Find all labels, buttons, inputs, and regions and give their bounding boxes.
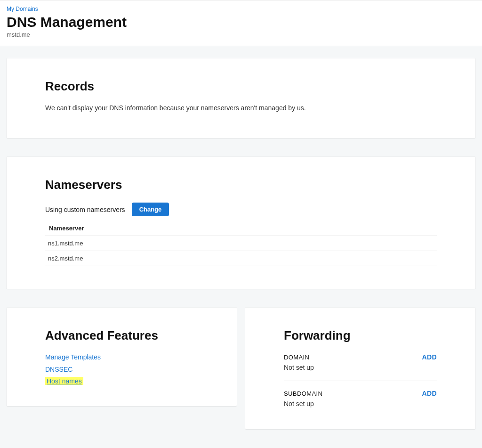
divider [284, 381, 437, 381]
nameservers-card: Nameservers Using custom nameservers Cha… [7, 157, 475, 289]
table-row: ns2.mstd.me [45, 251, 437, 266]
add-subdomain-forwarding-button[interactable]: ADD [422, 390, 437, 397]
forwarding-domain-status: Not set up [284, 364, 437, 371]
nameserver-value: ns1.mstd.me [45, 236, 437, 251]
advanced-features-card: Advanced Features Manage Templates DNSSE… [7, 308, 237, 406]
page-title: DNS Management [7, 14, 475, 30]
add-domain-forwarding-button[interactable]: ADD [422, 353, 437, 361]
nameservers-title: Nameservers [45, 178, 437, 192]
nameservers-table-header: Nameserver [45, 221, 437, 236]
page-header: My Domains DNS Management mstd.me [0, 0, 482, 46]
nameservers-status: Using custom nameservers [45, 206, 125, 213]
forwarding-subdomain-status: Not set up [284, 400, 437, 407]
forwarding-domain-label: DOMAIN [284, 354, 309, 361]
forwarding-title: Forwarding [284, 328, 437, 343]
records-title: Records [45, 79, 437, 94]
forwarding-card: Forwarding DOMAIN ADD Not set up SUBDOMA… [245, 308, 475, 429]
manage-templates-link[interactable]: Manage Templates [45, 353, 198, 361]
forwarding-subdomain-label: SUBDOMAIN [284, 390, 322, 397]
records-card: Records We can't display your DNS inform… [7, 58, 475, 138]
content-area: Records We can't display your DNS inform… [0, 46, 482, 441]
host-names-link[interactable]: Host names [45, 377, 83, 385]
change-nameservers-button[interactable]: Change [132, 203, 169, 216]
dnssec-link[interactable]: DNSSEC [45, 366, 198, 373]
nameservers-table: Nameserver ns1.mstd.me ns2.mstd.me [45, 221, 437, 266]
nameserver-value: ns2.mstd.me [45, 251, 437, 266]
breadcrumb-my-domains[interactable]: My Domains [7, 6, 38, 12]
table-row: ns1.mstd.me [45, 236, 437, 251]
records-empty-message: We can't display your DNS information be… [45, 104, 437, 112]
domain-name-label: mstd.me [7, 31, 475, 38]
advanced-features-title: Advanced Features [45, 328, 198, 343]
